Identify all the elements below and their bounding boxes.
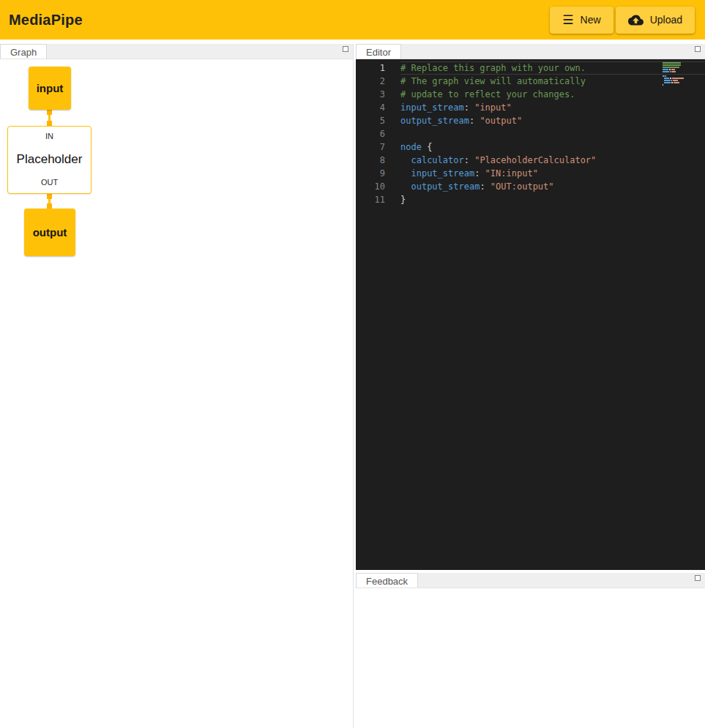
- new-button-label: New: [581, 14, 601, 26]
- maximize-icon[interactable]: [695, 575, 701, 581]
- minimap-line: [663, 64, 699, 66]
- code-line[interactable]: input_stream: "input": [400, 101, 705, 114]
- editor-gutter: 1234567891011: [356, 59, 385, 570]
- graph-node-input[interactable]: input: [29, 67, 71, 110]
- graph-node-placeholder[interactable]: IN Placeholder OUT: [7, 126, 92, 194]
- line-number: 1: [356, 61, 385, 75]
- feedback-panel: Feedback: [356, 573, 705, 728]
- tab-graph[interactable]: Graph: [0, 44, 47, 59]
- upload-button[interactable]: Upload: [616, 7, 695, 34]
- minimap-line: [663, 69, 699, 70]
- line-number: 8: [356, 154, 385, 167]
- minimap-line: [663, 84, 699, 86]
- line-number: 7: [356, 140, 385, 154]
- placeholder-in-port: IN: [45, 132, 53, 140]
- editor-minimap[interactable]: [663, 62, 699, 86]
- minimap-line: [663, 78, 699, 79]
- minimap-line: [663, 71, 699, 72]
- new-button[interactable]: ☰ New: [550, 7, 613, 34]
- menu-icon: ☰: [562, 14, 573, 26]
- graph-canvas[interactable]: input IN Placeholder OUT output: [0, 59, 353, 728]
- line-number: 2: [356, 75, 385, 88]
- graph-node-output[interactable]: output: [24, 209, 75, 256]
- app-header: MediaPipe ☰ New Upload: [0, 0, 705, 40]
- line-number: 5: [356, 114, 385, 127]
- minimap-line: [663, 73, 699, 75]
- right-column: Editor 1234567891011 # Replace this grap…: [356, 44, 705, 728]
- code-line[interactable]: # Replace this graph with your own.: [400, 61, 705, 75]
- maximize-icon[interactable]: [695, 46, 701, 52]
- minimap-line: [663, 62, 699, 64]
- upload-button-label: Upload: [650, 14, 682, 26]
- header-buttons: ☰ New Upload: [550, 7, 696, 34]
- graph-panel: Graph input IN Placeholder OUT output: [0, 44, 354, 728]
- minimap-line: [663, 82, 699, 83]
- graph-edge-input-placeholder: [48, 110, 51, 126]
- cloud-upload-icon: [628, 12, 644, 28]
- line-number: 3: [356, 88, 385, 101]
- editor-panel: Editor 1234567891011 # Replace this grap…: [356, 44, 705, 570]
- feedback-content: [356, 588, 705, 728]
- minimap-line: [663, 75, 699, 77]
- main-area: Graph input IN Placeholder OUT output Ed…: [0, 40, 705, 728]
- line-number: 10: [356, 180, 385, 193]
- code-line[interactable]: # update to reflect your changes.: [400, 88, 705, 101]
- graph-edge-placeholder-output: [48, 194, 51, 209]
- graph-panel-header: Graph: [0, 44, 353, 59]
- minimap-line: [663, 67, 699, 68]
- tab-feedback[interactable]: Feedback: [356, 573, 418, 588]
- line-number: 11: [356, 193, 385, 206]
- line-number: 9: [356, 167, 385, 180]
- app-title: MediaPipe: [9, 12, 83, 29]
- line-number: 6: [356, 127, 385, 140]
- code-line[interactable]: }: [400, 193, 705, 206]
- placeholder-out-port: OUT: [41, 178, 58, 187]
- code-line[interactable]: # The graph view will automatically: [400, 75, 705, 88]
- placeholder-title: Placeholder: [17, 152, 83, 167]
- code-line[interactable]: output_stream: "OUT:output": [400, 180, 705, 193]
- editor-panel-header: Editor: [356, 44, 705, 59]
- code-editor[interactable]: 1234567891011 # Replace this graph with …: [356, 59, 705, 570]
- feedback-panel-header: Feedback: [356, 573, 705, 588]
- code-line[interactable]: node {: [400, 140, 705, 154]
- code-line[interactable]: [400, 127, 705, 140]
- editor-code-lines[interactable]: # Replace this graph with your own.# The…: [385, 59, 705, 570]
- minimap-line: [663, 80, 699, 81]
- maximize-icon[interactable]: [343, 46, 348, 52]
- code-line[interactable]: calculator: "PlaceholderCalculator": [400, 154, 705, 167]
- line-number: 4: [356, 101, 385, 114]
- tab-editor[interactable]: Editor: [356, 44, 401, 59]
- code-line[interactable]: output_stream: "output": [400, 114, 705, 127]
- code-line[interactable]: input_stream: "IN:input": [400, 167, 705, 180]
